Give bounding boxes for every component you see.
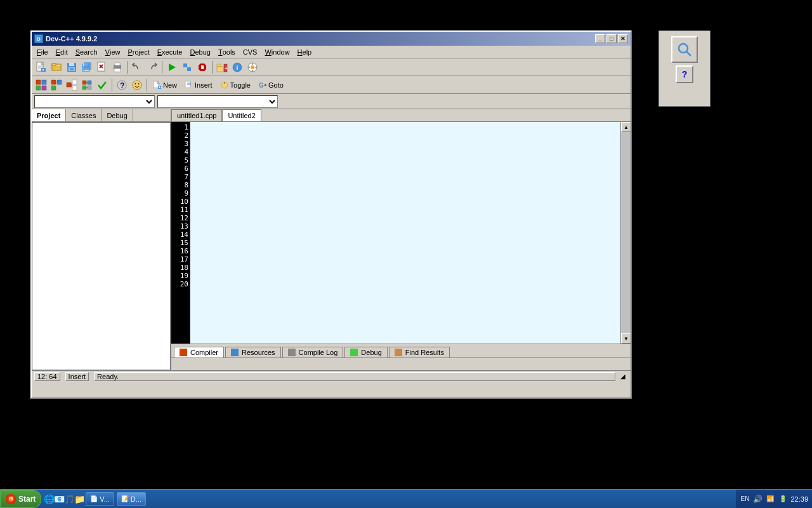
goto-btn[interactable]: G Goto: [255, 78, 287, 92]
svg-rect-49: [51, 86, 56, 90]
check-button[interactable]: [95, 78, 109, 92]
smiley-button[interactable]: [130, 78, 144, 92]
editor-tab-untitled2[interactable]: Untitled2: [222, 109, 261, 121]
open-button[interactable]: [49, 60, 63, 74]
scope-dropdown[interactable]: [34, 95, 155, 108]
new-file-button[interactable]: [34, 60, 48, 74]
svg-rect-25: [119, 65, 120, 67]
class-icon4: [81, 79, 93, 91]
save-all-icon: [81, 62, 93, 73]
quicklaunch-mail[interactable]: 📧: [54, 494, 64, 504]
insert-btn[interactable]: Insert: [181, 78, 216, 92]
left-tab-classes[interactable]: Classes: [66, 109, 102, 121]
menu-edit[interactable]: Edit: [52, 46, 72, 58]
code-editor[interactable]: [190, 122, 620, 344]
main-window: D Dev-C++ 4.9.9.2 _ □ ✕ File Edit Search…: [30, 30, 632, 399]
quicklaunch-ie[interactable]: 🌐: [44, 494, 54, 504]
resources-icon: [231, 349, 239, 356]
scroll-down-button[interactable]: ▼: [621, 333, 631, 344]
start-button[interactable]: ⊞ Start: [0, 490, 41, 508]
options-icon: [247, 62, 258, 73]
editor-scrollbar: ▲ ▼: [620, 122, 631, 344]
scroll-up-button[interactable]: ▲: [621, 122, 631, 132]
new-btn[interactable]: New: [150, 78, 180, 92]
toolbar1: + i: [32, 58, 631, 76]
tb2-icon1[interactable]: [34, 78, 48, 92]
quicklaunch-folder[interactable]: 📁: [74, 494, 84, 504]
menu-search[interactable]: Search: [72, 46, 102, 58]
scroll-track[interactable]: [621, 132, 631, 333]
taskbar-speaker[interactable]: 🔊: [752, 494, 763, 504]
undo-button[interactable]: [130, 60, 144, 74]
search-button[interactable]: [671, 36, 698, 63]
close-file-button[interactable]: [95, 60, 109, 74]
item-dropdown[interactable]: [157, 95, 278, 108]
svg-rect-9: [52, 64, 56, 65]
menu-help[interactable]: Help: [294, 46, 316, 58]
help-button[interactable]: ?: [676, 65, 693, 83]
maximize-button[interactable]: □: [606, 34, 617, 43]
check-icon: [96, 79, 108, 91]
redo-button[interactable]: [145, 60, 159, 74]
menu-project[interactable]: Project: [124, 46, 153, 58]
toggle-btn[interactable]: Toggle: [217, 78, 254, 92]
menu-tools[interactable]: Tools: [214, 46, 239, 58]
taskbar-app-d[interactable]: 📝 D...: [117, 492, 146, 506]
help2-button[interactable]: ?: [115, 78, 129, 92]
editor-tab-untitled1[interactable]: untitled1.cpp: [171, 109, 222, 121]
menu-view[interactable]: View: [102, 46, 124, 58]
svg-rect-14: [70, 68, 74, 70]
menu-debug[interactable]: Debug: [186, 46, 214, 58]
menu-file[interactable]: File: [33, 46, 52, 58]
svg-rect-51: [72, 80, 77, 84]
menu-execute[interactable]: Execute: [154, 46, 187, 58]
debug-tab-icon: [350, 349, 358, 356]
bottom-tab-resources[interactable]: Resources: [225, 347, 281, 358]
minimize-button[interactable]: _: [595, 34, 605, 43]
bottom-tab-compile-log[interactable]: Compile Log: [282, 347, 344, 358]
toggle-btn-label: Toggle: [230, 81, 251, 89]
insert-btn-label: Insert: [195, 81, 213, 89]
info-button[interactable]: i: [230, 60, 244, 74]
debug-run-button[interactable]: [180, 60, 194, 74]
tb2-icon2[interactable]: [49, 78, 63, 92]
toolbar2-sep2: [147, 79, 147, 91]
open-icon: [51, 62, 62, 73]
project-new-button[interactable]: +: [215, 60, 229, 74]
bottom-tab-find-results[interactable]: Find Results: [389, 347, 450, 358]
close-file-icon: [96, 62, 108, 73]
bottom-tab-compiler[interactable]: Compiler: [174, 347, 224, 358]
svg-marker-28: [187, 67, 191, 71]
editor-tabs: untitled1.cpp Untitled2: [171, 109, 631, 122]
resize-handle[interactable]: ◢: [620, 373, 628, 380]
quicklaunch-media[interactable]: 🎵: [64, 494, 74, 504]
taskbar-battery[interactable]: 🔋: [778, 494, 788, 504]
bottom-tab-debug[interactable]: Debug: [344, 347, 387, 358]
tb2-icon3[interactable]: [65, 78, 79, 92]
svg-rect-52: [72, 86, 77, 90]
print-button[interactable]: [110, 60, 124, 74]
taskbar-app-v[interactable]: 📄 V...: [86, 492, 114, 506]
svg-point-79: [679, 44, 688, 53]
save-button[interactable]: [65, 60, 79, 74]
svg-rect-24: [114, 69, 121, 72]
taskbar-app-v-label: V...: [100, 495, 110, 503]
left-tab-debug[interactable]: Debug: [102, 109, 133, 121]
menu-cvs[interactable]: CVS: [239, 46, 261, 58]
save-all-button[interactable]: [80, 60, 94, 74]
svg-text:+: +: [225, 65, 228, 71]
line-numbers: 1234567891011121314151617181920: [171, 122, 190, 344]
taskbar-lang[interactable]: EN: [740, 494, 750, 504]
editor-container: 1234567891011121314151617181920 ▲ ▼: [171, 122, 631, 344]
stop-button[interactable]: [195, 60, 209, 74]
svg-point-64: [135, 83, 136, 84]
svg-marker-78: [265, 84, 266, 86]
menu-window[interactable]: Window: [261, 46, 293, 58]
compile-run-button[interactable]: [165, 60, 179, 74]
tb2-icon4[interactable]: [80, 78, 94, 92]
close-button[interactable]: ✕: [618, 34, 628, 43]
taskbar-network[interactable]: 📶: [765, 494, 775, 504]
left-tab-project[interactable]: Project: [32, 109, 66, 121]
info-icon: i: [232, 62, 243, 73]
options-button[interactable]: [246, 60, 259, 74]
